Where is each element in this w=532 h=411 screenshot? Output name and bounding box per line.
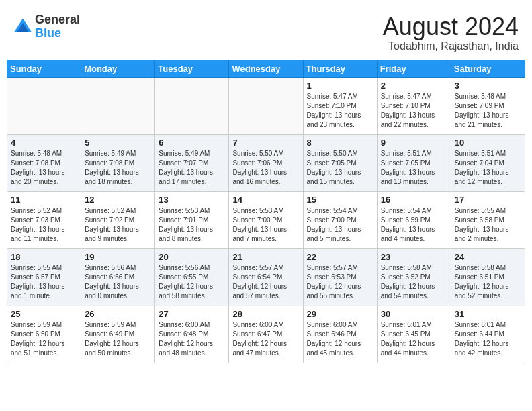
day-number: 11 <box>11 195 77 205</box>
logo-blue: Blue <box>35 26 61 40</box>
weekday-header-saturday: Saturday <box>451 60 525 77</box>
day-number: 22 <box>307 252 373 262</box>
day-number: 15 <box>307 195 373 205</box>
day-info: Sunrise: 5:53 AM Sunset: 7:01 PM Dayligh… <box>159 206 225 244</box>
day-number: 10 <box>455 138 521 148</box>
day-info: Sunrise: 5:49 AM Sunset: 7:08 PM Dayligh… <box>85 149 151 187</box>
day-number: 12 <box>85 195 151 205</box>
calendar-cell: 6Sunrise: 5:49 AM Sunset: 7:07 PM Daylig… <box>155 134 229 191</box>
day-number: 8 <box>307 138 373 148</box>
day-info: Sunrise: 5:53 AM Sunset: 7:00 PM Dayligh… <box>232 206 299 244</box>
day-info: Sunrise: 5:48 AM Sunset: 7:09 PM Dayligh… <box>455 92 521 130</box>
day-info: Sunrise: 5:57 AM Sunset: 6:54 PM Dayligh… <box>232 263 299 301</box>
day-number: 29 <box>307 309 373 319</box>
day-info: Sunrise: 5:52 AM Sunset: 7:03 PM Dayligh… <box>11 206 77 244</box>
day-number: 25 <box>11 309 77 319</box>
week-row-2: 4Sunrise: 5:48 AM Sunset: 7:08 PM Daylig… <box>7 134 525 191</box>
day-info: Sunrise: 5:47 AM Sunset: 7:10 PM Dayligh… <box>381 92 447 130</box>
calendar-cell: 22Sunrise: 5:57 AM Sunset: 6:53 PM Dayli… <box>303 248 377 306</box>
day-info: Sunrise: 6:01 AM Sunset: 6:45 PM Dayligh… <box>381 320 447 358</box>
day-number: 30 <box>381 309 447 319</box>
day-number: 31 <box>455 309 521 319</box>
day-info: Sunrise: 5:59 AM Sunset: 6:50 PM Dayligh… <box>11 320 77 358</box>
calendar-cell: 31Sunrise: 6:01 AM Sunset: 6:44 PM Dayli… <box>451 306 525 363</box>
day-info: Sunrise: 5:54 AM Sunset: 7:00 PM Dayligh… <box>307 206 373 244</box>
day-number: 19 <box>85 252 151 262</box>
weekday-header-thursday: Thursday <box>303 60 377 77</box>
weekday-header-wednesday: Wednesday <box>229 60 303 77</box>
day-number: 27 <box>159 309 225 319</box>
calendar-cell: 23Sunrise: 5:58 AM Sunset: 6:52 PM Dayli… <box>377 248 451 306</box>
day-number: 7 <box>232 138 299 148</box>
day-info: Sunrise: 6:00 AM Sunset: 6:48 PM Dayligh… <box>159 320 225 358</box>
calendar-cell: 9Sunrise: 5:51 AM Sunset: 7:05 PM Daylig… <box>377 134 451 191</box>
weekday-header-monday: Monday <box>81 60 155 77</box>
day-number: 20 <box>159 252 225 262</box>
day-number: 17 <box>455 195 521 205</box>
day-number: 4 <box>11 138 77 148</box>
calendar-table: SundayMondayTuesdayWednesdayThursdayFrid… <box>7 60 525 363</box>
calendar-cell: 28Sunrise: 6:00 AM Sunset: 6:47 PM Dayli… <box>229 306 303 363</box>
weekday-header-sunday: Sunday <box>7 60 81 77</box>
calendar-cell: 15Sunrise: 5:54 AM Sunset: 7:00 PM Dayli… <box>303 191 377 248</box>
calendar-cell <box>81 77 155 134</box>
day-number: 24 <box>455 252 521 262</box>
day-info: Sunrise: 5:52 AM Sunset: 7:02 PM Dayligh… <box>85 206 151 244</box>
calendar-cell: 16Sunrise: 5:54 AM Sunset: 6:59 PM Dayli… <box>377 191 451 248</box>
day-info: Sunrise: 5:50 AM Sunset: 7:05 PM Dayligh… <box>307 149 373 187</box>
calendar-cell: 29Sunrise: 6:00 AM Sunset: 6:46 PM Dayli… <box>303 306 377 363</box>
day-number: 18 <box>11 252 77 262</box>
logo-text: General Blue <box>35 13 80 40</box>
day-info: Sunrise: 6:01 AM Sunset: 6:44 PM Dayligh… <box>455 320 521 358</box>
calendar-cell <box>155 77 229 134</box>
day-info: Sunrise: 5:58 AM Sunset: 6:52 PM Dayligh… <box>381 263 447 301</box>
day-info: Sunrise: 5:58 AM Sunset: 6:51 PM Dayligh… <box>455 263 521 301</box>
calendar-cell <box>7 77 81 134</box>
day-info: Sunrise: 5:56 AM Sunset: 6:55 PM Dayligh… <box>159 263 225 301</box>
calendar-cell: 3Sunrise: 5:48 AM Sunset: 7:09 PM Daylig… <box>451 77 525 134</box>
week-row-1: 1Sunrise: 5:47 AM Sunset: 7:10 PM Daylig… <box>7 77 525 134</box>
calendar-cell: 8Sunrise: 5:50 AM Sunset: 7:05 PM Daylig… <box>303 134 377 191</box>
calendar-cell: 27Sunrise: 6:00 AM Sunset: 6:48 PM Dayli… <box>155 306 229 363</box>
calendar-cell: 26Sunrise: 5:59 AM Sunset: 6:49 PM Dayli… <box>81 306 155 363</box>
calendar-cell: 18Sunrise: 5:55 AM Sunset: 6:57 PM Dayli… <box>7 248 81 306</box>
calendar-cell: 11Sunrise: 5:52 AM Sunset: 7:03 PM Dayli… <box>7 191 81 248</box>
day-number: 23 <box>381 252 447 262</box>
calendar-cell: 21Sunrise: 5:57 AM Sunset: 6:54 PM Dayli… <box>229 248 303 306</box>
logo: General Blue <box>13 13 80 40</box>
day-info: Sunrise: 5:50 AM Sunset: 7:06 PM Dayligh… <box>232 149 299 187</box>
calendar-cell: 24Sunrise: 5:58 AM Sunset: 6:51 PM Dayli… <box>451 248 525 306</box>
calendar-cell: 30Sunrise: 6:01 AM Sunset: 6:45 PM Dayli… <box>377 306 451 363</box>
day-number: 28 <box>232 309 299 319</box>
weekday-header-row: SundayMondayTuesdayWednesdayThursdayFrid… <box>7 60 525 77</box>
day-info: Sunrise: 5:55 AM Sunset: 6:57 PM Dayligh… <box>11 263 77 301</box>
calendar-cell: 19Sunrise: 5:56 AM Sunset: 6:56 PM Dayli… <box>81 248 155 306</box>
week-row-5: 25Sunrise: 5:59 AM Sunset: 6:50 PM Dayli… <box>7 306 525 363</box>
logo-icon <box>13 17 32 36</box>
day-info: Sunrise: 5:56 AM Sunset: 6:56 PM Dayligh… <box>85 263 151 301</box>
weekday-header-friday: Friday <box>377 60 451 77</box>
day-info: Sunrise: 5:55 AM Sunset: 6:58 PM Dayligh… <box>455 206 521 244</box>
week-row-4: 18Sunrise: 5:55 AM Sunset: 6:57 PM Dayli… <box>7 248 525 306</box>
calendar-cell: 1Sunrise: 5:47 AM Sunset: 7:10 PM Daylig… <box>303 77 377 134</box>
calendar-cell: 25Sunrise: 5:59 AM Sunset: 6:50 PM Dayli… <box>7 306 81 363</box>
calendar-cell: 13Sunrise: 5:53 AM Sunset: 7:01 PM Dayli… <box>155 191 229 248</box>
day-number: 2 <box>381 81 447 91</box>
day-info: Sunrise: 5:47 AM Sunset: 7:10 PM Dayligh… <box>307 92 373 130</box>
calendar-cell: 2Sunrise: 5:47 AM Sunset: 7:10 PM Daylig… <box>377 77 451 134</box>
day-number: 6 <box>159 138 225 148</box>
day-info: Sunrise: 5:51 AM Sunset: 7:04 PM Dayligh… <box>455 149 521 187</box>
weekday-header-tuesday: Tuesday <box>155 60 229 77</box>
day-info: Sunrise: 5:54 AM Sunset: 6:59 PM Dayligh… <box>381 206 447 244</box>
day-number: 3 <box>455 81 521 91</box>
day-number: 21 <box>232 252 299 262</box>
calendar-cell: 10Sunrise: 5:51 AM Sunset: 7:04 PM Dayli… <box>451 134 525 191</box>
day-info: Sunrise: 5:49 AM Sunset: 7:07 PM Dayligh… <box>159 149 225 187</box>
month-year: August 2024 <box>383 13 519 40</box>
calendar-cell: 7Sunrise: 5:50 AM Sunset: 7:06 PM Daylig… <box>229 134 303 191</box>
calendar-cell: 12Sunrise: 5:52 AM Sunset: 7:02 PM Dayli… <box>81 191 155 248</box>
day-number: 16 <box>381 195 447 205</box>
calendar-cell: 20Sunrise: 5:56 AM Sunset: 6:55 PM Dayli… <box>155 248 229 306</box>
title-block: August 2024 Todabhim, Rajasthan, India <box>383 13 519 52</box>
day-info: Sunrise: 5:57 AM Sunset: 6:53 PM Dayligh… <box>307 263 373 301</box>
